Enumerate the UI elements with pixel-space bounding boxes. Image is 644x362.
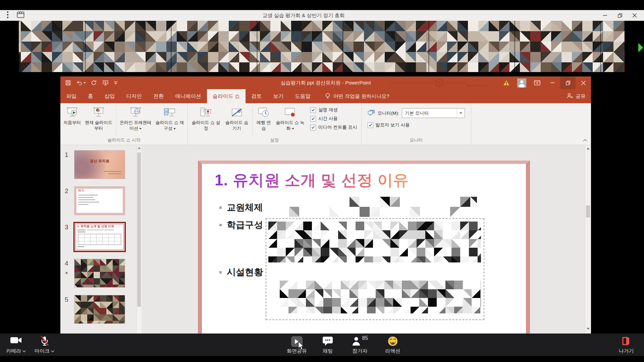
use-timings-checkbox[interactable]: 시간 사용 [310, 116, 357, 122]
meeting-toolbar: 카메라 마이크 [0, 334, 644, 356]
slideshow-options: 설명 재생 시간 사용 미디어 컨트롤 표시 [307, 104, 360, 130]
ribbon-display-options-icon[interactable] [529, 76, 545, 89]
tab-review[interactable]: 검토 [246, 89, 267, 103]
start-slideshow-icon[interactable] [102, 80, 109, 86]
slide-1-thumbnail[interactable]: 경산 유치원 [74, 150, 125, 179]
custom-slideshow-button[interactable]: 슬라이드 쇼 재구성 [153, 104, 186, 131]
share-button[interactable]: 공유 [567, 89, 586, 103]
ribbon-group-start-slideshow: 처음부터 현재 슬라이드부터 [60, 103, 188, 145]
checkbox-checked-icon [368, 122, 373, 128]
animation-star-icon[interactable]: ✶ [65, 270, 68, 276]
tab-transitions[interactable]: 전환 [148, 89, 169, 103]
participants-count: 85 [362, 335, 368, 341]
strip-overflow-arrow-icon[interactable] [638, 42, 644, 54]
hide-slide-button[interactable]: 슬라이드 숨기기 [223, 104, 251, 131]
slide-5-thumbnail[interactable] [74, 295, 125, 323]
ppt-restore-button[interactable] [560, 76, 576, 89]
mouse-cursor [298, 341, 305, 351]
chat-icon [322, 336, 333, 346]
play-narrations-checkbox[interactable]: 설명 재생 [310, 107, 357, 113]
ribbon-tab-bar: 파일 홈 삽입 디자인 전환 애니메이션 슬라이드 쇼 검토 보기 도움말 어떤… [60, 89, 591, 103]
scrollbar-thumb[interactable] [586, 205, 590, 218]
record-slideshow-icon [284, 105, 296, 120]
setup-slideshow-icon [200, 105, 212, 120]
reactions-button[interactable]: 리액션 [380, 336, 406, 354]
group-label-start-slideshow: 슬라이드 쇼 시작 [62, 136, 186, 145]
undo-icon[interactable] [76, 80, 86, 86]
chat-button[interactable]: 채팅 [316, 336, 340, 354]
tab-file[interactable]: 파일 [60, 89, 82, 103]
setup-slideshow-button[interactable]: 슬라이드 쇼 설정 [189, 104, 223, 131]
group-label-monitors: 모니터 [363, 136, 470, 145]
slide-editor: 1. 유치원 소개 및 선정 이유 교원체제 학급구성 시설현황 [142, 145, 591, 334]
ribbon: 처음부터 현재 슬라이드부터 [60, 103, 591, 145]
current-slide-canvas[interactable]: 1. 유치원 소개 및 선정 이유 교원체제 학급구성 시설현황 [198, 161, 530, 334]
ribbon-group-setup: 슬라이드 쇼 설정 슬라이드 숨기기 [188, 103, 362, 145]
tab-help[interactable]: 도움말 [289, 89, 316, 103]
laughing-emoji-icon [388, 336, 398, 346]
scroll-up-icon[interactable] [137, 145, 142, 151]
slide-4-number: 4 [65, 260, 68, 267]
tab-view[interactable]: 보기 [267, 89, 289, 103]
app-close-button[interactable] [627, 10, 642, 21]
slide-bullet-2: 학급구성 [219, 219, 263, 231]
slide-4-thumbnail[interactable] [74, 259, 125, 287]
warning-icon[interactable] [498, 76, 514, 89]
camera-button[interactable]: 카메라 [6, 336, 26, 354]
monitor-select[interactable]: 기본 모니터 [402, 108, 465, 118]
monitor-icon [368, 110, 375, 117]
pixelated-slide-5 [74, 295, 125, 323]
rehearse-timings-button[interactable]: 예행 연습 [254, 104, 273, 131]
customize-qat-icon[interactable] [114, 81, 118, 85]
tell-me-search[interactable]: 어떤 작업을 원하시나요? [325, 89, 389, 103]
editor-scrollbar[interactable] [585, 145, 591, 334]
participants-button[interactable]: 85 참가자 [345, 336, 375, 354]
pixelated-participant-videos [0, 21, 644, 72]
leave-button[interactable]: 나가기 [613, 336, 639, 354]
app-restore-button[interactable] [612, 10, 627, 21]
mic-muted-icon [40, 336, 49, 346]
tab-home[interactable]: 홈 [82, 89, 99, 103]
custom-slideshow-icon [164, 105, 176, 120]
scroll-down-icon[interactable] [585, 326, 591, 331]
slide-2-thumbnail[interactable]: 목차 [74, 187, 125, 215]
ppt-close-button[interactable] [576, 76, 591, 89]
mic-button[interactable]: 마이크 [35, 336, 54, 354]
tab-insert[interactable]: 삽입 [99, 89, 121, 103]
participants-icon [352, 336, 361, 347]
scroll-up-icon[interactable] [585, 146, 591, 151]
slide-3-thumbnail[interactable]: 1. 유치원 소개 및 선정 이유 [74, 223, 125, 251]
svg-text:R: R [438, 80, 441, 85]
checkbox-checked-icon [310, 107, 316, 113]
quick-access-toolbar [65, 76, 118, 89]
from-current-slide-button[interactable]: 현재 슬라이드부터 [83, 104, 115, 131]
present-online-button[interactable]: 온라인 프레젠테이션 [118, 104, 153, 131]
from-beginning-button[interactable]: 처음부터 [62, 104, 83, 126]
slide-5-number: 5 [65, 296, 68, 303]
rehearse-timings-icon [258, 105, 269, 120]
save-icon[interactable] [65, 80, 71, 86]
app-titlebar: 교생 실습 평가회 & 상반기 정기 총회 [0, 10, 644, 21]
tab-animations[interactable]: 애니메이션 [169, 89, 207, 103]
screen-share-button[interactable]: 화면공유 [283, 336, 310, 354]
slide-title: 1. 유치원 소개 및 선정 이유 [215, 170, 409, 191]
camera-icon [10, 336, 22, 346]
share-person-icon [567, 93, 573, 100]
tab-slideshow[interactable]: 슬라이드 쇼 [207, 89, 246, 103]
redo-icon[interactable] [91, 80, 97, 86]
tab-design[interactable]: 디자인 [121, 89, 148, 103]
app-minimize-button[interactable] [598, 10, 612, 21]
show-media-controls-checkbox[interactable]: 미디어 컨트롤 표시 [310, 124, 357, 130]
collapse-ribbon-button[interactable] [583, 137, 587, 143]
lightbulb-icon [325, 93, 330, 100]
scrollbar-thumb[interactable] [137, 153, 141, 307]
pixelated-table-top [268, 222, 481, 262]
group-label-setup: 설정 [189, 136, 360, 145]
pixelated-table-bottom [280, 281, 481, 313]
ppt-minimize-button[interactable] [545, 76, 560, 89]
record-slideshow-button[interactable]: 슬라이드 쇼 녹화 [273, 104, 307, 131]
screen: 교생 실습 평가회 & 상반기 정기 총회 [0, 0, 644, 362]
use-presenter-view-checkbox[interactable]: 발표자 보기 사용 [368, 122, 410, 128]
account-avatar[interactable] [514, 76, 529, 89]
thumbnail-scrollbar[interactable] [136, 145, 142, 334]
